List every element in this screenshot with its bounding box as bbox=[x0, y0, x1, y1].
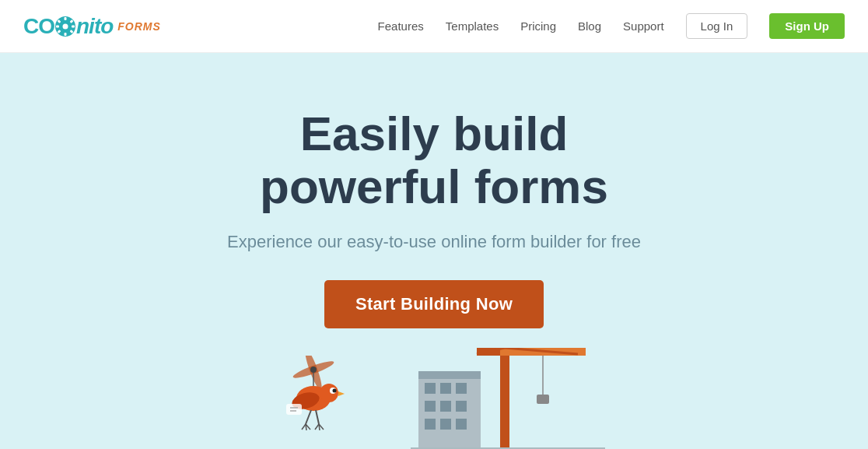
hero-title-line1: Easily build bbox=[300, 107, 569, 160]
svg-rect-3 bbox=[56, 25, 59, 27]
login-button[interactable]: Log In bbox=[686, 13, 748, 39]
svg-point-13 bbox=[310, 367, 317, 373]
illustration-container bbox=[0, 348, 868, 449]
svg-rect-1 bbox=[65, 17, 67, 20]
svg-line-26 bbox=[315, 424, 319, 430]
nav-pricing[interactable]: Pricing bbox=[520, 19, 556, 33]
nav-support[interactable]: Support bbox=[623, 19, 664, 33]
svg-rect-42 bbox=[456, 419, 467, 430]
svg-rect-4 bbox=[72, 25, 75, 27]
svg-point-10 bbox=[63, 23, 68, 29]
signup-button[interactable]: Sign Up bbox=[769, 13, 845, 39]
logo-nito: nito bbox=[76, 14, 113, 39]
crane-illustration bbox=[411, 348, 605, 449]
logo[interactable]: CO nito FORMS bbox=[23, 14, 161, 39]
svg-rect-43 bbox=[500, 348, 509, 449]
header: CO nito FORMS F bbox=[0, 0, 868, 53]
svg-rect-41 bbox=[440, 419, 451, 430]
svg-rect-2 bbox=[65, 33, 67, 36]
hero-subtitle: Experience our easy-to-use online form b… bbox=[227, 232, 641, 252]
svg-rect-47 bbox=[537, 395, 549, 404]
svg-rect-39 bbox=[456, 401, 467, 412]
svg-rect-38 bbox=[440, 401, 451, 412]
nav-blog[interactable]: Blog bbox=[578, 19, 601, 33]
svg-point-16 bbox=[320, 384, 338, 402]
svg-point-18 bbox=[333, 389, 337, 393]
svg-rect-35 bbox=[440, 383, 451, 394]
svg-line-21 bbox=[306, 410, 311, 424]
nav-features[interactable]: Features bbox=[378, 19, 424, 33]
hero-section: Easily build powerful forms Experience o… bbox=[0, 53, 868, 449]
svg-line-23 bbox=[302, 424, 306, 430]
svg-rect-37 bbox=[425, 401, 436, 412]
logo-co: CO bbox=[23, 14, 54, 39]
svg-rect-36 bbox=[456, 383, 467, 394]
nav-templates[interactable]: Templates bbox=[446, 19, 499, 33]
svg-rect-34 bbox=[425, 383, 436, 394]
svg-rect-40 bbox=[425, 419, 436, 430]
gear-icon bbox=[55, 16, 75, 37]
logo-forms: FORMS bbox=[117, 20, 161, 33]
hero-title: Easily build powerful forms bbox=[260, 107, 608, 213]
svg-line-22 bbox=[316, 410, 319, 424]
svg-rect-33 bbox=[418, 371, 481, 379]
drone-bird-illustration bbox=[263, 356, 364, 449]
svg-marker-19 bbox=[338, 391, 345, 396]
svg-rect-29 bbox=[286, 404, 302, 415]
main-nav: Features Templates Pricing Blog Support … bbox=[378, 13, 845, 39]
hero-title-line2: powerful forms bbox=[260, 160, 608, 213]
cta-button[interactable]: Start Building Now bbox=[324, 280, 544, 328]
